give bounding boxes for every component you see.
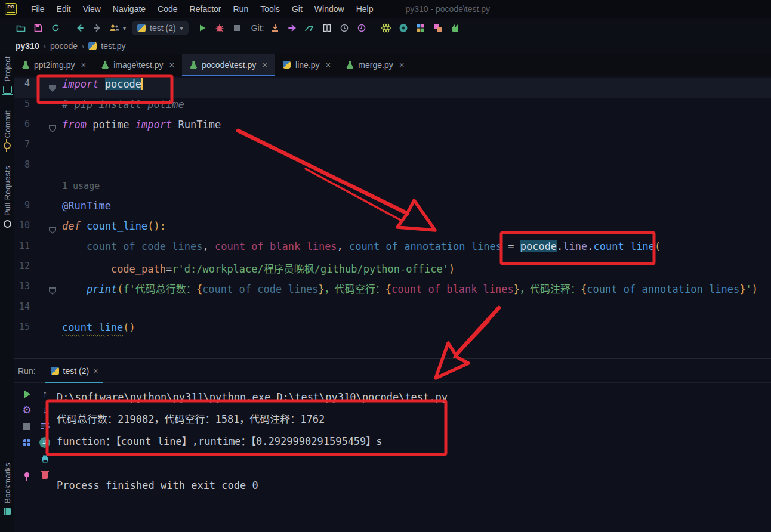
tab-image-test-py[interactable]: image\test.py× [94, 54, 182, 76]
users-dropdown-caret[interactable]: ▾ [123, 25, 126, 32]
breadcrumb-item-pocode[interactable]: pocode [50, 41, 78, 51]
fold-column[interactable] [30, 98, 62, 119]
fold-column[interactable] [30, 261, 62, 281]
history-icon[interactable] [339, 23, 350, 33]
line-number[interactable]: 15 [14, 321, 30, 342]
line-number[interactable]: 12 [14, 261, 30, 281]
fold-column[interactable] [30, 180, 62, 200]
record-icon[interactable] [398, 23, 409, 33]
line-number[interactable]: 9 [14, 200, 30, 220]
code-line-9[interactable]: 9@RunTime [14, 200, 771, 220]
line-number[interactable]: 14 [14, 301, 30, 321]
line-number[interactable]: 7 [14, 139, 30, 159]
line-number[interactable]: 8 [14, 159, 30, 180]
line-number[interactable]: 4 [14, 78, 30, 98]
plugin-icon[interactable] [450, 23, 461, 33]
code-line-12[interactable]: 12 code_path=r'd:/workplace/程序员晚枫/github… [14, 261, 771, 281]
save-icon[interactable] [33, 23, 44, 33]
run-icon[interactable] [197, 23, 208, 33]
menu-item-view[interactable]: View [77, 0, 107, 18]
menu-item-window[interactable]: Window [309, 0, 350, 18]
code-line-8[interactable]: 8 [14, 159, 771, 180]
fold-column[interactable] [30, 240, 62, 261]
cvs-checkin-icon[interactable] [304, 23, 315, 33]
debug-icon[interactable] [214, 23, 225, 33]
code-line-6[interactable]: 6from potime import RunTime [14, 119, 771, 139]
tab-close-icon[interactable]: × [81, 60, 86, 70]
editor-lines[interactable]: 4import pocode5# pip install potime6from… [14, 78, 771, 342]
fold-column[interactable] [30, 321, 62, 342]
tab-line-py[interactable]: line.py× [275, 54, 338, 76]
scroll-to-end-icon[interactable]: ⇊ [36, 434, 54, 450]
tab-close-icon[interactable]: × [262, 60, 267, 70]
back-icon[interactable] [75, 23, 85, 33]
fold-marker-icon[interactable] [49, 287, 56, 295]
inlay-hint-line[interactable]: 1 usage [14, 180, 771, 200]
tab-close-icon[interactable]: × [169, 60, 175, 70]
fold-column[interactable] [30, 301, 62, 321]
menu-item-git[interactable]: Git [286, 0, 309, 18]
users-icon[interactable] [109, 23, 120, 33]
code-line-4[interactable]: 4import pocode [14, 78, 771, 98]
tool-strip-item-bookmarks[interactable]: Bookmarks [3, 463, 12, 515]
code-line-10[interactable]: 10def count_line(): [14, 220, 771, 240]
fold-column[interactable] [30, 159, 62, 180]
stop-icon[interactable] [232, 23, 242, 33]
code-line-15[interactable]: 15count_line() [14, 321, 771, 342]
menu-item-navigate[interactable]: Navigate [107, 0, 152, 18]
code-line-11[interactable]: 11 count_of_code_lines, count_of_blank_l… [14, 240, 771, 261]
diff-icon[interactable] [322, 23, 332, 33]
menu-item-run[interactable]: Run [227, 0, 255, 18]
menu-item-tools[interactable]: Tools [254, 0, 286, 18]
up-stacktrace-icon[interactable]: ↑ [36, 386, 54, 402]
console-output[interactable]: D:\software\python\py311\python.exe D:\t… [57, 382, 771, 532]
tool-strip-item-commit[interactable]: Commit [3, 110, 12, 150]
print-icon[interactable] [36, 450, 54, 466]
fold-marker-icon[interactable] [49, 85, 56, 92]
science-icon[interactable] [381, 23, 391, 33]
widgets-icon[interactable] [415, 23, 426, 33]
restore-layout-icon[interactable] [18, 434, 36, 450]
down-stacktrace-icon[interactable]: ↓ [36, 402, 54, 418]
fold-column[interactable] [30, 200, 62, 220]
rerun-button[interactable] [18, 386, 36, 402]
problems-icon[interactable] [433, 23, 443, 33]
menu-item-edit[interactable]: Edit [51, 0, 77, 18]
sync-icon[interactable] [50, 23, 61, 33]
clear-all-icon[interactable] [36, 466, 54, 482]
code-line-13[interactable]: 13 print(f'代码总行数：{count_of_code_lines}，代… [14, 281, 771, 301]
folder-icon[interactable] [16, 23, 26, 33]
tab-pocode-test-py[interactable]: pocode\test.py× [182, 54, 275, 76]
fold-column[interactable] [30, 220, 62, 240]
fold-column[interactable] [30, 139, 62, 159]
tool-strip-item-project[interactable]: Project [3, 56, 12, 94]
menu-item-help[interactable]: Help [350, 0, 380, 18]
run-configuration-select[interactable]: test (2) ▾ [132, 21, 189, 35]
tab-close-icon[interactable]: × [326, 60, 331, 70]
pin-tab-icon[interactable] [18, 466, 36, 482]
tool-strip-item-pull-requests[interactable]: Pull Requests [3, 166, 12, 228]
code-line-7[interactable]: 7 [14, 139, 771, 159]
code-editor[interactable]: 4import pocode5# pip install potime6from… [14, 76, 771, 358]
run-tab[interactable]: test (2) × [45, 359, 104, 382]
menu-item-code[interactable]: Code [152, 0, 183, 18]
line-number[interactable]: 10 [14, 220, 30, 240]
breadcrumb-item-test-py[interactable]: test.py [101, 41, 125, 51]
menu-item-file[interactable]: File [25, 0, 51, 18]
code-line-14[interactable]: 14 [14, 301, 771, 321]
line-number[interactable]: 13 [14, 281, 30, 301]
fold-column[interactable] [30, 281, 62, 301]
update-project-icon[interactable] [270, 23, 280, 33]
settings-gear-icon[interactable]: ⚙ [18, 402, 36, 418]
line-number[interactable]: 11 [14, 240, 30, 261]
tab-close-icon[interactable]: × [399, 60, 405, 70]
line-number[interactable]: 5 [14, 98, 30, 119]
line-number[interactable] [14, 180, 30, 200]
fold-marker-icon[interactable] [49, 125, 56, 132]
stop-process-icon[interactable] [18, 418, 36, 434]
push-icon[interactable] [287, 23, 298, 33]
rollback-icon[interactable] [356, 23, 367, 33]
fold-marker-icon[interactable] [49, 227, 56, 234]
run-tab-close-icon[interactable]: × [93, 366, 98, 376]
fold-column[interactable] [30, 119, 62, 139]
